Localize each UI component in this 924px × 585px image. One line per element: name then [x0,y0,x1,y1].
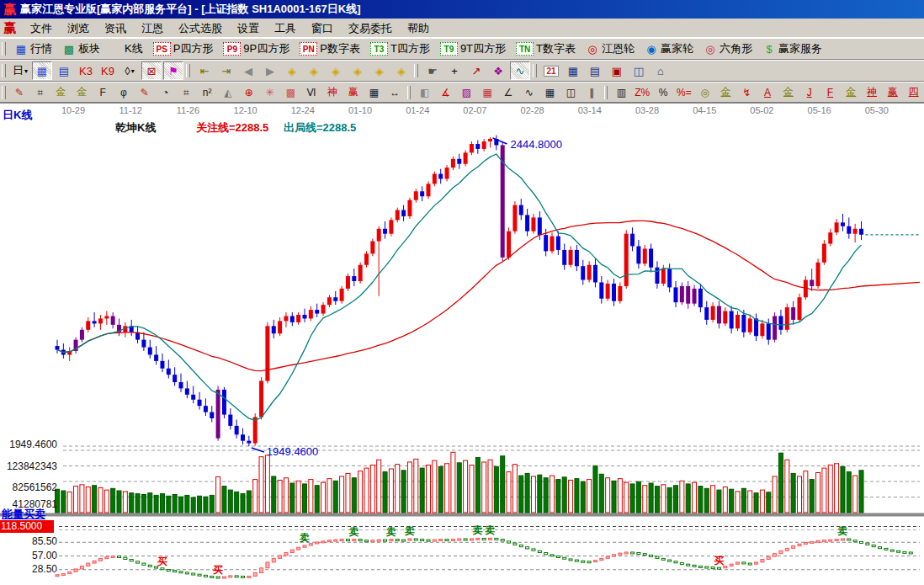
p-square-button[interactable]: PSP四方形 [148,40,219,57]
ying-angle-button[interactable]: 赢 [883,84,902,101]
menu-item-4[interactable]: 公式选股 [171,20,230,36]
period-day-dropdown[interactable]: 日▾ [10,61,30,80]
pan-left-button[interactable]: ◈ [282,61,302,80]
next-page-button[interactable]: ▶ [260,61,280,80]
z-percent-icon: Z% [635,87,650,98]
prev-page-button[interactable]: ◀ [238,61,258,80]
circle-cross-button[interactable]: ⊕ [239,84,258,101]
export-web-button[interactable]: ◫ [629,61,649,80]
time-circle-button[interactable]: ◔ [156,84,175,101]
gann-wheel-button[interactable]: ◎江恩轮 [581,40,640,57]
winner-service-button[interactable]: $赢家服务 [757,40,827,57]
zigzag-button[interactable]: ∿ [519,84,539,101]
menu-item-7[interactable]: 窗口 [304,20,341,36]
red-grid-button[interactable]: ▦ [478,84,497,101]
red-fan-button[interactable]: ∡ [436,84,455,101]
marker-pen-button[interactable]: ✎ [135,84,154,101]
gold-comb2-button[interactable]: 金 [72,84,92,101]
web-box-button[interactable]: ▩ [281,84,300,101]
candle-style-dropdown[interactable]: ◊▾ [119,61,140,80]
j-angle-button[interactable]: J [799,84,819,101]
percent-line-button[interactable]: %= [674,84,693,101]
wave-tool-button[interactable]: ∿ [510,61,530,80]
menu-item-1[interactable]: 浏览 [60,20,97,36]
menu-item-2[interactable]: 资讯 [97,20,134,36]
gold-comb-button[interactable]: 金 [51,84,71,101]
last-page-button[interactable]: ⇥ [216,61,236,80]
z-percent-button[interactable]: Z% [633,84,652,101]
pan-right-button[interactable]: ◈ [304,61,324,80]
memo-button[interactable]: ▤ [585,61,605,80]
percent-button[interactable]: % [654,84,673,101]
f-comb-button[interactable]: F [93,84,113,101]
a-angle-button[interactable]: A [758,84,778,101]
red-web-button[interactable]: ✳ [260,84,279,101]
k3-lines-button[interactable]: K3 [76,61,96,80]
shen-comb-button[interactable]: 神 [323,84,343,101]
purple-fan-button[interactable]: ▨ [457,84,476,101]
p-number-button[interactable]: PNP数字表 [295,40,365,57]
grid-b-button[interactable]: ◫ [561,84,581,101]
menu-item-0[interactable]: 文件 [23,20,60,36]
t-square-button[interactable]: T3T四方形 [365,40,435,57]
n-squared-button[interactable]: n² [198,84,217,101]
volume-flag-button[interactable]: ⚑ [163,61,183,80]
gold-angle2-button[interactable]: 金 [842,84,861,101]
chart-canvas[interactable]: 10-2911-1211-2612-1012-2401-1001-2402-07… [0,104,924,585]
menu-item-6[interactable]: 工具 [267,20,304,36]
parallel-button[interactable]: ∥ [582,84,602,101]
p9-square-button[interactable]: P99P四方形 [218,40,295,57]
menu-item-5[interactable]: 设置 [230,20,267,36]
kline-button[interactable]: K线 [105,40,148,57]
winner-wheel-button[interactable]: ◉赢家轮 [640,40,698,57]
remote-data-button[interactable]: ⌂ [651,61,671,80]
hexagon-button[interactable]: ◎六角形 [698,40,757,57]
bar-scale-button[interactable]: ▥ [612,84,631,101]
ying-comb-button[interactable]: 赢 [343,84,363,101]
qiankun-pattern-button[interactable]: ⊠ [141,61,162,80]
gold-angle-button[interactable]: 金 [778,84,798,101]
gold-line-button[interactable]: 金 [716,84,735,101]
calculator-button[interactable]: ▦ [563,61,583,80]
f-angle-button[interactable]: F [820,84,840,101]
hand-tool-button[interactable]: ☛ [422,61,443,80]
roman-tool-button[interactable]: Ⅵ [302,84,321,101]
calendar-button[interactable]: 21 [541,61,561,80]
pen-tool-button[interactable]: ✎ [10,84,29,101]
compress-horizontal-button[interactable]: ◈ [348,61,368,80]
first-page-button[interactable]: ⇤ [194,61,215,80]
crosshair-tool-button[interactable]: + [444,61,465,80]
grid-a-button[interactable]: ▦ [540,84,560,101]
menu-item-3[interactable]: 江恩 [134,20,171,36]
menu-item-9[interactable]: 帮助 [400,20,437,36]
shen-angle-button[interactable]: 神 [863,84,882,101]
ink-line-button[interactable]: ↯ [737,84,757,101]
comb-tool-button[interactable]: ⌗ [30,84,50,101]
expand-all-button[interactable]: ◈ [391,61,412,80]
angle-lines-button[interactable]: ∠ [499,84,518,101]
quotes-button[interactable]: ▦行情 [9,40,57,57]
square-anchor-button[interactable]: ◧ [415,84,434,101]
trendline-tool-button[interactable]: ↗ [466,61,486,80]
save-button[interactable]: ▣ [607,61,627,80]
info-panel-button[interactable]: ▤ [54,61,74,80]
gold-circle-button[interactable]: ◎ [695,84,714,101]
gann-tools-button[interactable]: ❖ [488,61,508,80]
si-angle-button[interactable]: 四 [904,84,923,101]
grid123-button[interactable]: ▦ [364,84,384,101]
p-number-button-label: P数字表 [320,41,360,56]
k9-lines-button[interactable]: K9 [98,61,118,80]
t9-square-button[interactable]: T99T四方形 [435,40,511,57]
t-number-button[interactable]: TNT数字表 [511,40,581,57]
period-label[interactable]: 日K线 [3,109,32,120]
scale-comb-button[interactable]: ⌗ [177,84,196,101]
width-arrows-button[interactable]: ↔ [385,84,405,101]
angle-mirror-button[interactable]: ◭ [219,84,238,101]
expand-horizontal-button[interactable]: ◈ [326,61,346,80]
compress-vertical-button[interactable]: ◈ [369,61,390,80]
chart-layout-button[interactable]: ▦ [32,61,52,80]
spiral-tool-button[interactable]: φ [114,84,134,101]
indicator-name[interactable]: 能量买卖 [2,508,45,519]
sectors-button[interactable]: ▩板块 [57,40,105,57]
menu-item-8[interactable]: 交易委托 [341,20,400,36]
